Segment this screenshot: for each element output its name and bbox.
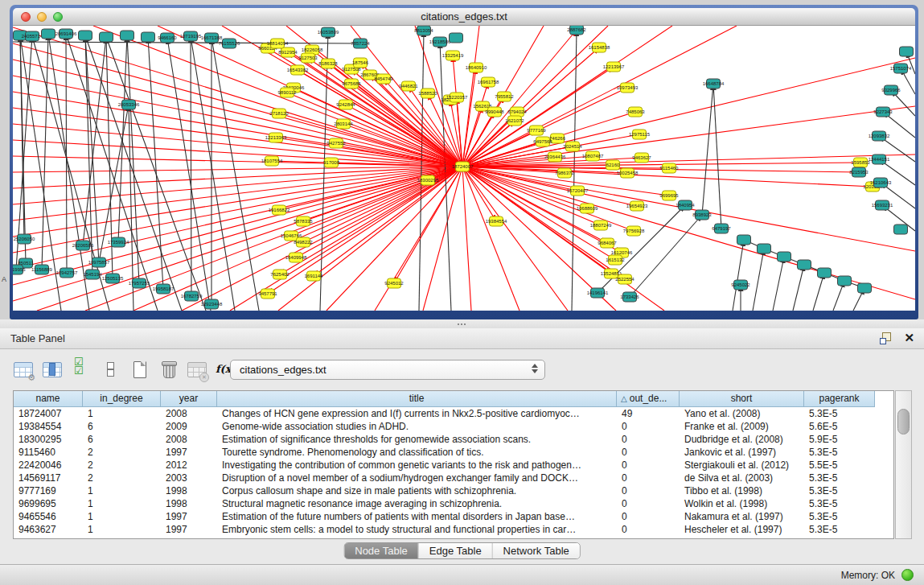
- scrollbar-thumb[interactable]: [897, 409, 910, 435]
- table-cell: 9463627: [14, 523, 83, 536]
- graph-node[interactable]: [838, 276, 852, 286]
- graph-node-label: 16120746: [611, 250, 633, 255]
- table-panel-header: Table Panel ✕: [0, 328, 924, 349]
- table-cell: 1: [83, 497, 161, 510]
- table-cell: Stergiakouli et al. (2012): [680, 459, 804, 472]
- column-header-pagerank[interactable]: pagerank: [804, 391, 875, 407]
- table-cell: 0: [617, 433, 680, 446]
- table-cell: 1: [83, 510, 161, 523]
- column-header-title[interactable]: title: [217, 391, 617, 407]
- table-cell: 5.5E-5: [804, 459, 875, 472]
- table-row[interactable]: 946554611997Estimation of the future num…: [14, 510, 893, 523]
- graph-node-label: 18807249: [590, 223, 612, 228]
- graph-node-label: 14196141: [587, 290, 609, 295]
- graph-node[interactable]: [894, 225, 908, 234]
- graph-node[interactable]: [79, 31, 92, 40]
- graph-node-label: 62160: [606, 163, 620, 167]
- split-divider[interactable]: [0, 319, 924, 328]
- delete-table-icon[interactable]: [187, 360, 209, 381]
- table-cell: 5.3E-5: [804, 446, 875, 459]
- table-cell: 5.3E-5: [804, 407, 875, 420]
- table-cell: 6: [83, 420, 161, 433]
- close-panel-icon[interactable]: ✕: [904, 332, 914, 344]
- graph-node[interactable]: [858, 283, 872, 293]
- graph-node[interactable]: [737, 235, 751, 245]
- citation-edge-black: [191, 36, 191, 296]
- table-cell: Investigating the contribution of common…: [217, 459, 617, 472]
- table-body: 1872400712008Changes of HCN gene express…: [14, 407, 893, 536]
- graph-node-label: 16543382: [287, 68, 309, 72]
- column-header-short[interactable]: short: [680, 391, 804, 407]
- float-panel-icon[interactable]: [880, 332, 893, 344]
- graph-node-label: 9242844: [336, 102, 355, 107]
- graph-node[interactable]: [818, 268, 832, 278]
- table-cell: 0: [617, 510, 680, 523]
- graph-node-label: 8454749: [374, 76, 393, 81]
- graph-node-label: 8186328: [318, 61, 338, 66]
- column-header-in_degree[interactable]: in_degree: [83, 391, 161, 407]
- graph-node-label: 12942757: [56, 270, 78, 275]
- close-window-button[interactable]: [21, 12, 31, 22]
- table-cell: 49: [617, 407, 680, 420]
- graph-node[interactable]: [900, 47, 914, 56]
- table-cell: 22420046: [14, 459, 83, 472]
- divider-handle-icon[interactable]: [456, 322, 466, 327]
- graph-node[interactable]: [758, 244, 771, 253]
- graph-node-label: 10973493: [617, 85, 639, 90]
- graph-node-label: 8813054: [414, 28, 433, 33]
- graph-node-label: 7955812: [495, 94, 514, 99]
- select-rows-icon[interactable]: [71, 360, 93, 381]
- table-row[interactable]: 977716911998Corpus callosum shape and si…: [14, 484, 893, 497]
- graph-node-label: 9329966: [881, 88, 901, 93]
- column-header-out_de[interactable]: △out_de...: [617, 391, 680, 407]
- graph-node[interactable]: [798, 260, 811, 270]
- column-edit-icon[interactable]: [42, 360, 64, 381]
- graph-node-label: 9890112: [278, 90, 298, 95]
- minimize-window-button[interactable]: [37, 12, 47, 22]
- table-cell: 18724007: [14, 407, 83, 420]
- table-row[interactable]: 1830029562008Estimation of significance …: [14, 433, 893, 446]
- delete-rows-icon[interactable]: [158, 360, 180, 381]
- table-row[interactable]: 1938455462009Genome-wide association stu…: [14, 420, 893, 433]
- table-row[interactable]: 2242004622012Investigating the contribut…: [14, 459, 893, 472]
- table-row[interactable]: 1456911722003Disruption of a novel membe…: [14, 472, 893, 484]
- table-row[interactable]: 946362711997Embryonic stem cells: a mode…: [14, 523, 893, 536]
- window-titlebar[interactable]: citations_edges.txt: [13, 8, 915, 26]
- graph-node-label: 9115460: [660, 166, 680, 171]
- citation-edge-black: [42, 34, 48, 270]
- graph-node-label: 8938923: [692, 212, 712, 217]
- zoom-window-button[interactable]: [53, 12, 63, 22]
- graph-node-label: 6479197: [712, 226, 731, 231]
- citation-edge-red: [462, 167, 568, 311]
- graph-node-label: 9684067: [598, 241, 617, 245]
- table-selector-dropdown[interactable]: citations_edges.txt: [230, 360, 545, 380]
- graph-node[interactable]: [121, 31, 134, 40]
- table-settings-icon[interactable]: [13, 360, 35, 381]
- network-canvas[interactable]: 1872400796601248912954182260589127503818…: [13, 26, 915, 311]
- memory-status-icon[interactable]: [901, 569, 914, 581]
- graph-node[interactable]: [778, 252, 791, 262]
- table-row[interactable]: 1872400712008Changes of HCN gene express…: [14, 407, 893, 420]
- table-row[interactable]: 969969511998Structural magnetic resonanc…: [14, 497, 893, 510]
- column-header-name[interactable]: name: [14, 391, 83, 407]
- graph-node-label: 16154838: [589, 45, 610, 50]
- row-height-icon[interactable]: [100, 360, 122, 381]
- graph-node-label: 10719195: [180, 34, 202, 39]
- graph-node[interactable]: [100, 32, 113, 42]
- new-table-icon[interactable]: [129, 360, 151, 381]
- graph-node[interactable]: [42, 29, 55, 39]
- table-row[interactable]: 911546021997Tourette syndrome. Phenomeno…: [14, 446, 893, 459]
- graph-node-label: 11156889: [31, 267, 52, 272]
- column-header-year[interactable]: year: [161, 391, 217, 407]
- table-scrollbar[interactable]: [895, 390, 912, 539]
- table-cell: Genome-wide association studies in ADHD.: [217, 420, 617, 433]
- table-cell: 5.3E-5: [804, 523, 875, 536]
- graph-node-label: 18724007: [452, 164, 474, 169]
- tab-network-table[interactable]: Network Table: [493, 543, 580, 558]
- graph-node[interactable]: [142, 32, 155, 42]
- tab-edge-table[interactable]: Edge Table: [419, 543, 493, 558]
- table-cell: 1: [83, 523, 161, 536]
- citation-edge-black: [66, 34, 67, 273]
- tab-node-table[interactable]: Node Table: [344, 543, 419, 558]
- graph-node[interactable]: [450, 33, 463, 43]
